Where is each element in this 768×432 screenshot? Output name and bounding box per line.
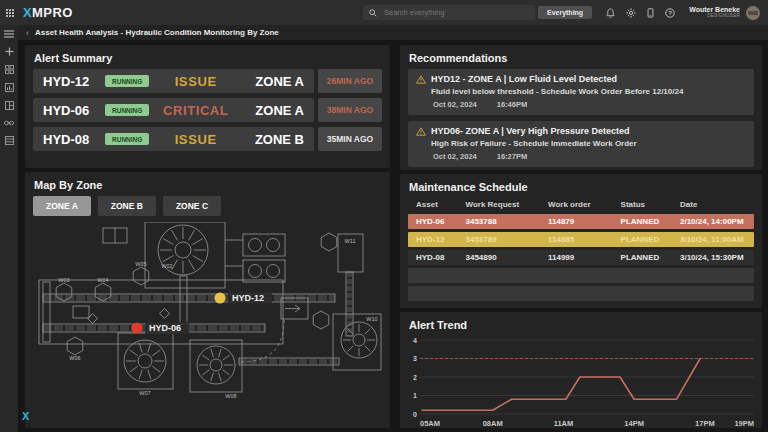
y-tick-label: 2 (413, 374, 417, 381)
recommendation-time: 16:46PM (497, 100, 527, 109)
search-box[interactable] (363, 5, 535, 20)
recommendation-card[interactable]: HYD12 - ZONE A | Low Fluid Level Detecte… (408, 69, 754, 115)
user-info[interactable]: Wouter Beneke DESIGNUSER (689, 6, 740, 19)
status-badge: RUNNING (105, 104, 149, 116)
x-tick-label: 14PM (624, 419, 644, 428)
recommendation-title: HYD06- ZONE A | Very High Pressure Detec… (431, 126, 629, 136)
zone-button-zone-a[interactable]: ZONE A (33, 196, 91, 216)
menu-icon[interactable] (4, 30, 14, 38)
alert-severity: CRITICAL (149, 103, 242, 118)
notifications-icon[interactable] (606, 8, 615, 18)
alert-severity: ISSUE (149, 74, 242, 89)
link-icon[interactable] (4, 119, 14, 127)
recommendation-date: Oct 02, 2024 (433, 100, 477, 109)
cell: PLANNED (621, 217, 680, 226)
recommendation-card[interactable]: HYD06- ZONE A | Very High Pressure Detec… (408, 121, 754, 167)
x-tick-label: 17PM (695, 419, 715, 428)
cell: HYD-06 (416, 217, 466, 226)
widgets-icon[interactable] (5, 65, 14, 74)
status-badge: RUNNING (105, 75, 149, 87)
cell: 3454890 (466, 253, 549, 262)
cell: 3453788 (466, 217, 549, 226)
cell: 114879 (548, 217, 621, 226)
station-label-w11: W11 (345, 238, 356, 244)
chart-icon[interactable] (5, 83, 14, 92)
col-header: Asset (416, 200, 466, 209)
col-header: Status (621, 200, 680, 209)
map-station-labels: W03W04W05W02W11W10W06W07W08 (58, 238, 377, 399)
cell: 2/10/24, 14:00PM (680, 217, 746, 226)
alert-summary-panel: Alert Summary HYD-12RUNNINGISSUEZONE A26… (25, 45, 390, 168)
marker-label: HYD-06 (149, 323, 181, 333)
dashboard-page: XMPRO Everything (0, 0, 768, 432)
alert-trend-panel: Alert Trend 0123405AM08AM11AM14PM17PM19P… (400, 312, 762, 428)
alert-row[interactable]: HYD-08RUNNINGISSUEZONE B35MIN AGO (33, 127, 382, 151)
maintenance-row[interactable]: HYD-063453788114879PLANNED2/10/24, 14:00… (408, 214, 754, 229)
mobile-icon[interactable] (647, 8, 654, 18)
cell: 114885 (548, 235, 621, 244)
map-title: Map By Zone (25, 172, 390, 196)
alert-asset: HYD-08 (43, 132, 105, 147)
warning-icon (416, 127, 426, 136)
marker-dot (132, 323, 143, 334)
map-marker-hyd-06[interactable]: HYD-06 (132, 322, 190, 335)
alert-time: 26MIN AGO (318, 69, 382, 93)
recommendation-detail: High Risk of Failure - Schedule Immediat… (431, 139, 746, 148)
page-title: Asset Health Analysis - Hydraulic Condit… (35, 28, 279, 37)
station-label-w08: W08 (225, 393, 236, 399)
app-grid-icon[interactable] (6, 9, 14, 17)
cell: HYD-12 (416, 235, 466, 244)
alert-summary-title: Alert Summary (25, 45, 390, 69)
recommendation-meta: Oct 02, 202416:46PM (433, 100, 746, 109)
maintenance-row[interactable]: HYD-123453789114885PLANNED3/10/24, 11:00… (408, 232, 754, 247)
map-decor (39, 222, 381, 392)
alert-zone: ZONE A (242, 74, 304, 89)
cell: PLANNED (621, 253, 680, 262)
settings-icon[interactable] (626, 8, 636, 18)
back-chevron-icon[interactable]: ‹ (26, 28, 29, 38)
svg-text:?: ? (668, 10, 672, 16)
alert-row[interactable]: HYD-12RUNNINGISSUEZONE A26MIN AGO (33, 69, 382, 93)
x-tick-label: 08AM (483, 419, 503, 428)
maintenance-table-header: AssetWork RequestWork orderStatusDate (400, 198, 762, 214)
map-marker-hyd-12[interactable]: HYD-12 (215, 292, 273, 305)
layout-icon[interactable] (5, 101, 14, 110)
recommendation-detail: Fluid level below threshold - Schedule W… (431, 87, 746, 96)
zone-button-zone-b[interactable]: ZONE B (98, 196, 156, 216)
recommendations-panel: Recommendations HYD12 - ZONE A | Low Flu… (400, 45, 762, 170)
zone-button-zone-c[interactable]: ZONE C (163, 196, 221, 216)
station-label-w03: W03 (58, 277, 69, 283)
breadcrumb: ‹ Asset Health Analysis - Hydraulic Cond… (18, 25, 768, 40)
y-tick-label: 3 (413, 355, 417, 362)
recommendation-meta: Oct 02, 202416:27PM (433, 152, 746, 161)
maintenance-panel: Maintenance Schedule AssetWork RequestWo… (400, 174, 762, 308)
table-icon[interactable] (5, 136, 14, 145)
maintenance-empty-row (408, 286, 754, 301)
alert-row-main: HYD-12RUNNINGISSUEZONE A (33, 69, 314, 93)
avatar[interactable]: WB (746, 6, 760, 20)
recommendation-time: 16:27PM (497, 152, 527, 161)
xmpro-logo[interactable]: XMPRO (23, 5, 73, 20)
maintenance-row[interactable]: HYD-083454890114999PLANNED3/10/24, 15:30… (408, 250, 754, 265)
alert-row-main: HYD-08RUNNINGISSUEZONE B (33, 127, 314, 151)
cell: 3/10/24, 15:30PM (680, 253, 746, 262)
xmpro-x-logo[interactable]: X (22, 410, 29, 422)
alert-zone: ZONE A (242, 103, 304, 118)
recommendation-title-row: HYD12 - ZONE A | Low Fluid Level Detecte… (416, 74, 746, 84)
trend-line-alerts (422, 359, 700, 411)
search-scope-dropdown[interactable]: Everything (538, 6, 592, 19)
alert-trend-chart: 0123405AM08AM11AM14PM17PM19PM (408, 336, 754, 428)
col-header: Work Request (466, 200, 549, 209)
search-input[interactable] (382, 7, 506, 18)
add-icon[interactable] (5, 47, 14, 56)
maintenance-empty-row (408, 268, 754, 283)
station-label-w02: W02 (161, 263, 172, 269)
user-role: DESIGNUSER (689, 14, 740, 19)
cell: HYD-08 (416, 253, 466, 262)
alert-row[interactable]: HYD-06RUNNINGCRITICALZONE A38MIN AGO (33, 98, 382, 122)
help-icon[interactable]: ? (665, 8, 675, 18)
alert-trend-title: Alert Trend (400, 312, 762, 336)
marker-dot (215, 293, 226, 304)
warning-icon (416, 75, 426, 84)
cell: 3453789 (466, 235, 549, 244)
